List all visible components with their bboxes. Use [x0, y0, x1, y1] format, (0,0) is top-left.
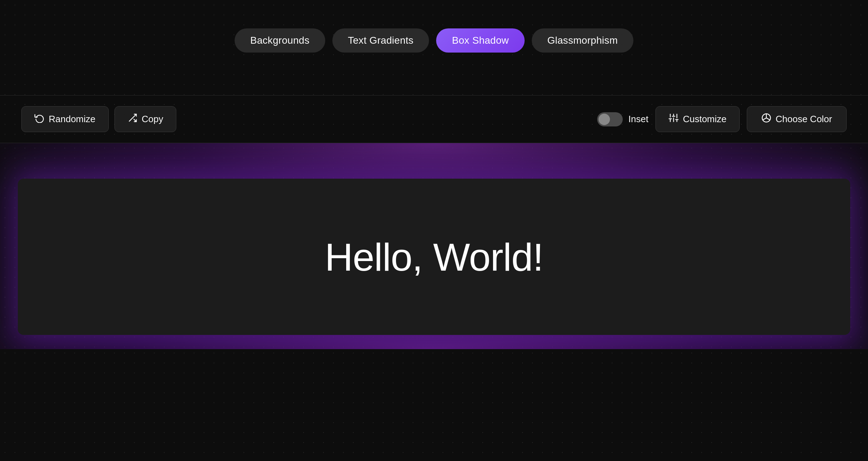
choose-color-label: Choose Color [776, 114, 832, 125]
toolbar: Randomize Copy Inset [0, 96, 868, 143]
top-nav: Backgrounds Text Gradients Box Shadow Gl… [0, 0, 868, 53]
toggle-knob [599, 114, 610, 125]
copy-label: Copy [142, 114, 164, 125]
tab-backgrounds[interactable]: Backgrounds [235, 28, 325, 53]
randomize-button[interactable]: Randomize [21, 106, 109, 132]
preview-area: Hello, World! [0, 143, 868, 349]
tab-box-shadow[interactable]: Box Shadow [436, 28, 524, 53]
copy-button[interactable]: Copy [114, 106, 177, 132]
customize-icon [669, 113, 679, 125]
choose-color-button[interactable]: Choose Color [747, 106, 847, 132]
inset-toggle[interactable] [597, 112, 623, 126]
svg-line-14 [763, 118, 766, 120]
copy-icon [128, 113, 138, 125]
toolbar-left: Randomize Copy [21, 106, 176, 132]
inset-control: Inset [597, 112, 648, 126]
customize-label: Customize [683, 114, 727, 125]
tab-text-gradients[interactable]: Text Gradients [332, 28, 429, 53]
demo-card: Hello, World! [18, 179, 850, 335]
randomize-icon [34, 113, 44, 125]
tab-glassmorphism[interactable]: Glassmorphism [532, 28, 633, 53]
demo-text: Hello, World! [325, 234, 543, 280]
toolbar-right: Inset Customize [597, 106, 847, 132]
svg-line-13 [766, 118, 770, 120]
customize-button[interactable]: Customize [655, 106, 740, 132]
color-wheel-icon [761, 113, 771, 125]
inset-label: Inset [628, 114, 648, 125]
randomize-label: Randomize [49, 114, 96, 125]
